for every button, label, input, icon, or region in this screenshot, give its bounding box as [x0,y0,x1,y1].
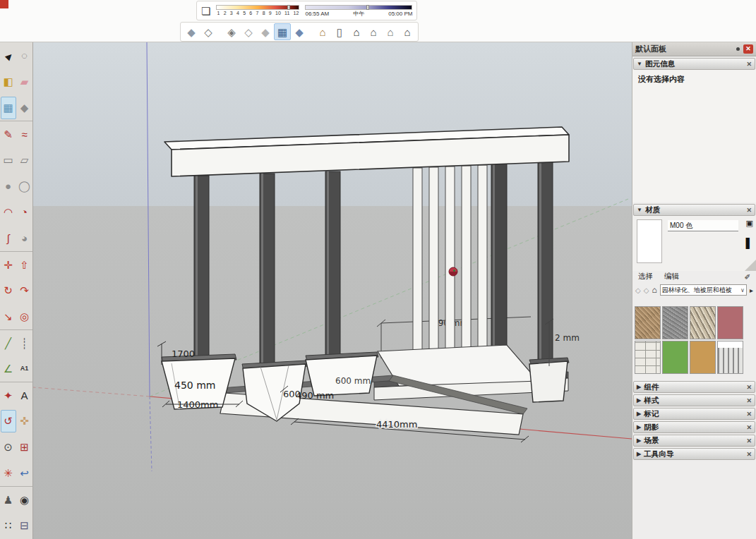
model-viewport[interactable]: 390 mm [33,42,632,539]
eraser-tool[interactable]: ▰ [17,71,32,93]
view-iso-icon[interactable]: ⌂ [314,23,331,40]
rotate-tool[interactable]: ↻ [1,279,16,302]
polygon-tool[interactable]: ◯ [17,175,32,198]
line-tool[interactable]: ✎ [1,123,16,145]
follow-me-tool[interactable]: ↷ [17,279,32,302]
paint-roller-icon[interactable]: ❚ [743,236,752,249]
shadow-date-handle[interactable] [287,5,290,10]
view-front-icon[interactable]: ⌂ [348,23,365,40]
style-hidden-line-icon[interactable]: ◇ [240,23,257,40]
style-wireframe-icon[interactable]: ◈ [223,23,240,40]
section-close-icon[interactable]: ✕ [746,424,752,431]
view-top-icon[interactable]: ▯ [331,23,348,40]
style-monochrome-icon[interactable]: ◆ [291,23,308,40]
3d-text-tool[interactable]: A [17,384,32,406]
material-swatch-gravel-gray[interactable] [662,306,688,339]
details-arrow-icon[interactable]: ▸ [750,286,753,294]
view-back-icon[interactable]: ⌂ [382,23,399,40]
text-tool[interactable]: A1 [17,358,32,380]
orbit-tool[interactable]: ↺ [1,410,16,432]
material-swatch-pebbles[interactable] [690,306,716,339]
shadow-toggle-icon[interactable]: ❏ [201,6,210,16]
offset-tool[interactable]: ◎ [17,305,32,328]
resize-grip[interactable] [745,260,756,271]
material-swatch-grass-green[interactable] [662,341,688,374]
back-arrow-icon[interactable]: ◇ [635,286,641,294]
forward-arrow-icon[interactable]: ◇ [644,286,649,294]
arc-tool[interactable]: ◠ [1,201,16,224]
dimension-tool[interactable]: ┊ [17,332,32,354]
tape-measure-tool[interactable]: ╱ [1,332,16,354]
shadow-time-handle[interactable] [366,5,369,10]
shadow-date-slider[interactable]: 123456789101112 [216,5,299,16]
smoove-tool[interactable]: ◆ [17,97,32,119]
tray-title-bar[interactable]: 默认面板 ✕ [632,42,756,56]
section-close-icon[interactable]: ✕ [746,451,752,458]
section-close-icon[interactable]: ✕ [746,437,752,444]
pan-tool[interactable]: ✜ [17,410,32,432]
zoom-extents-tool[interactable]: ✳ [1,462,16,485]
section-plane-tool[interactable]: ⊟ [17,514,32,537]
paint-bucket-tool[interactable]: ◧ [1,71,16,93]
sandbox-tool[interactable]: ▦ [1,97,16,119]
toolbar-row: ▦◆ [0,95,32,121]
tray-pin-icon[interactable] [736,47,740,51]
zoom-previous-tool[interactable]: ↩ [17,462,32,485]
push-pull-tool[interactable]: ⇧ [17,253,32,276]
display-secondary-pane-icon[interactable]: ▣ [746,219,753,228]
materials-close-icon[interactable]: ✕ [746,207,752,214]
material-swatch-sand-tan[interactable] [690,341,716,374]
zoom-window-tool[interactable]: ⊞ [17,436,32,459]
position-camera-tool[interactable]: ♟ [1,488,16,511]
curve-tool[interactable]: ∫ [1,227,16,250]
material-swatch-clay-red[interactable] [717,306,743,339]
material-swatch-fence-gate[interactable] [717,341,743,374]
section-close-icon[interactable]: ✕ [746,411,752,418]
panel-section-组件[interactable]: ▶组件✕ [633,381,755,393]
shadow-time-slider[interactable]: 06:55 AM 中午 05:00 PM [305,5,412,17]
protractor-tool[interactable]: ∠ [1,358,16,380]
panel-section-场景[interactable]: ▶场景✕ [633,435,755,447]
panel-section-工具向导[interactable]: ▶工具向导✕ [633,448,755,460]
freehand-tool[interactable]: ≈ [17,123,32,145]
rectangle-tool[interactable]: ▭ [1,149,16,171]
in-model-icon[interactable]: ⌂ [652,285,656,295]
scale-tool[interactable]: ↘ [1,305,16,328]
style-shaded-icon[interactable]: ◆ [257,23,274,40]
axes-tool[interactable]: ✦ [1,384,16,406]
tab-edit[interactable]: 编辑 [664,272,679,281]
material-preview[interactable] [637,219,662,263]
time-end-label: 05:00 PM [388,11,412,17]
style-xray-icon[interactable]: ◆ [183,23,200,40]
look-around-tool[interactable]: ◉ [17,488,32,511]
panel-section-标记[interactable]: ▶标记✕ [633,408,755,420]
circle-tool[interactable]: ● [1,175,16,198]
tray-close-button[interactable]: ✕ [743,44,753,54]
rotated-rectangle-tool[interactable]: ▱ [17,149,32,171]
tab-select[interactable]: 选择 [638,272,653,281]
panel-section-样式[interactable]: ▶样式✕ [633,394,755,406]
material-name-field[interactable]: M00 色 [668,220,738,231]
section-close-icon[interactable]: ✕ [746,397,752,404]
view-left-icon[interactable]: ⌂ [399,23,416,40]
pie-tool[interactable]: ◔ [17,201,32,224]
panel-section-阴影[interactable]: ▶阴影✕ [633,421,755,433]
zoom-tool[interactable]: ⊙ [1,436,16,459]
view-right-icon[interactable]: ⌂ [365,23,382,40]
walk-tool[interactable]: ∷ [1,514,16,537]
shadow-date-track[interactable] [216,5,299,10]
section-label: 阴影 [644,423,659,432]
materials-header[interactable]: ▼ 材质 ✕ [633,204,755,216]
style-back-edges-icon[interactable]: ◇ [200,23,217,40]
sample-paint-icon[interactable]: ✐ [744,272,750,281]
style-shaded-textures-icon[interactable]: ▦ [274,23,291,40]
entity-info-header[interactable]: ▼ 图元信息 ✕ [633,58,755,70]
filled-arc-tool[interactable]: ◕ [17,227,32,250]
shadow-time-track[interactable] [305,5,412,10]
move-tool[interactable]: ✛ [1,253,16,276]
material-swatch-gravel-brown[interactable] [635,306,661,339]
entity-info-close-icon[interactable]: ✕ [746,61,752,68]
material-swatch-pavers[interactable] [635,341,661,374]
material-category-dropdown[interactable]: 园林绿化、地被层和植被 ∨ [660,284,747,296]
section-close-icon[interactable]: ✕ [746,384,752,391]
